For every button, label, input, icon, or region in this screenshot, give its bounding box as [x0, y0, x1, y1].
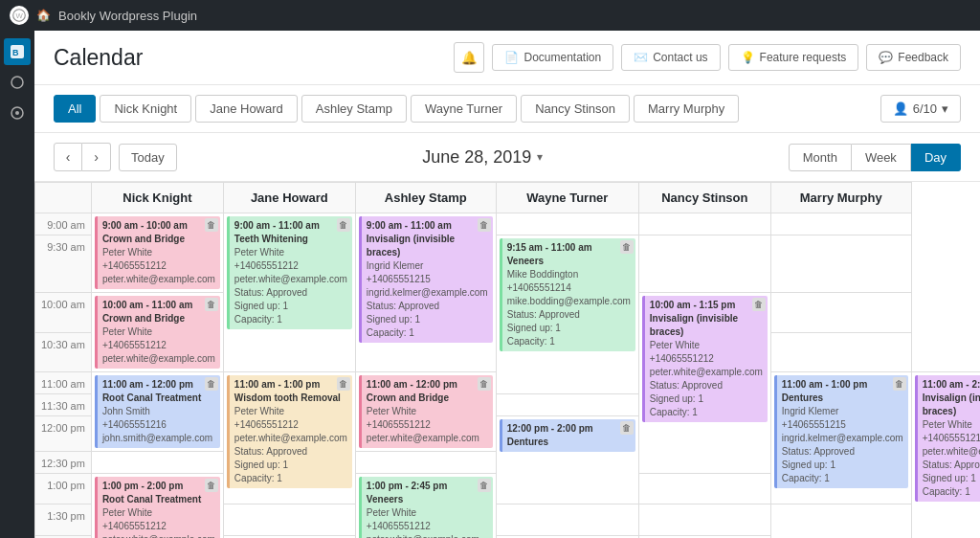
event-delete-button[interactable]: 🗑: [620, 421, 634, 435]
feature-requests-button[interactable]: 💡 Feature requests: [728, 44, 859, 71]
calendar-cell[interactable]: [770, 213, 911, 235]
prev-button[interactable]: ‹: [54, 143, 82, 171]
event-delete-button[interactable]: 🗑: [478, 377, 491, 391]
time-label: 11:00 am: [35, 372, 92, 394]
calendar-cell[interactable]: 🗑9:00 am - 11:00 amTeeth WhiteningPeter …: [223, 213, 355, 372]
time-label: 1:30 pm: [35, 504, 92, 535]
time-label: 9:30 am: [35, 235, 92, 293]
calendar-cell[interactable]: 🗑10:00 am - 1:15 pmInvisalign (invisible…: [638, 293, 770, 474]
page-header: Calendar 🔔 📄 Documentation ✉️ Contact us…: [34, 31, 980, 85]
event-delete-button[interactable]: 🗑: [478, 479, 491, 492]
view-toggle: Month Week Day: [789, 144, 961, 171]
chevron-down-icon: ▾: [942, 101, 948, 116]
svg-point-4: [11, 77, 23, 88]
sidebar-arrow[interactable]: [4, 100, 31, 126]
svg-text:W: W: [16, 11, 24, 20]
calendar-event: 🗑9:00 am - 11:00 amInvisalign (invisible…: [359, 216, 493, 343]
svg-point-6: [15, 111, 19, 115]
event-delete-button[interactable]: 🗑: [752, 298, 766, 311]
date-dropdown-icon: ▾: [537, 150, 543, 164]
event-delete-button[interactable]: 🗑: [205, 377, 218, 391]
calendar-event: 🗑11:00 am - 2:15 pmInvisalign (invisible…: [915, 375, 980, 502]
tab-wayne-turner[interactable]: Wayne Turner: [411, 95, 517, 123]
feedback-button[interactable]: 💬 Feedback: [866, 44, 961, 71]
calendar-event: 🗑11:00 am - 1:00 pmDenturesIngrid Klemer…: [774, 375, 908, 488]
tab-nancy-stinson[interactable]: Nancy Stinson: [521, 95, 630, 123]
tab-jane-howard[interactable]: Jane Howard: [195, 95, 298, 123]
main-content: Calendar 🔔 📄 Documentation ✉️ Contact us…: [34, 31, 980, 538]
page-title: Calendar: [54, 45, 143, 71]
calendar-event: 🗑9:00 am - 10:00 amCrown and BridgePeter…: [95, 216, 220, 289]
calendar-date[interactable]: June 28, 2019 ▾: [177, 147, 789, 168]
calendar-cell[interactable]: [638, 474, 770, 504]
home-icon: 🏠: [36, 9, 51, 22]
calendar-cell[interactable]: [223, 504, 355, 535]
staff-tabs: All Nick Knight Jane Howard Ashley Stamp…: [34, 85, 980, 133]
calendar-event: 🗑1:00 pm - 2:45 pmVeneersPeter White+140…: [359, 477, 493, 538]
view-day-button[interactable]: Day: [911, 144, 961, 171]
doc-icon: 📄: [504, 51, 519, 64]
calendar-nav: ‹ › Today June 28, 2019 ▾ Month Week Day: [34, 133, 980, 182]
calendar-cell[interactable]: [496, 213, 638, 235]
tab-marry-murphy[interactable]: Marry Murphy: [634, 95, 739, 123]
tab-ashley-stamp[interactable]: Ashley Stamp: [301, 95, 407, 123]
calendar-cell[interactable]: 🗑9:00 am - 10:00 amCrown and BridgePeter…: [91, 213, 223, 293]
calendar-cell[interactable]: [91, 452, 223, 474]
event-delete-button[interactable]: 🗑: [478, 218, 491, 232]
calendar-cell[interactable]: [770, 235, 911, 293]
calendar-cell[interactable]: 🗑9:15 am - 11:00 amVeneersMike Boddingto…: [496, 235, 638, 394]
topbar: W 🏠 Bookly Wordpress Plugin: [0, 0, 980, 31]
calendar-event: 🗑11:00 am - 12:00 pmRoot Canal Treatment…: [95, 375, 220, 448]
view-month-button[interactable]: Month: [789, 144, 852, 171]
staff-count[interactable]: 👤 6/10 ▾: [880, 95, 961, 123]
calendar-cell[interactable]: [638, 504, 770, 535]
svg-text:B: B: [12, 48, 19, 57]
event-delete-button[interactable]: 🗑: [205, 479, 218, 492]
calendar-cell[interactable]: 🗑11:00 am - 12:00 pmRoot Canal Treatment…: [91, 372, 223, 452]
tab-nick-knight[interactable]: Nick Knight: [100, 95, 191, 123]
col-header-jane: Jane Howard: [223, 183, 355, 213]
event-delete-button[interactable]: 🗑: [205, 218, 218, 232]
contact-button[interactable]: ✉️ Contact us: [621, 44, 720, 71]
today-button[interactable]: Today: [119, 144, 177, 171]
documentation-button[interactable]: 📄 Documentation: [492, 44, 613, 71]
calendar-cell[interactable]: [638, 213, 770, 235]
calendar-cell[interactable]: 🗑1:00 pm - 2:45 pmVeneersPeter White+140…: [355, 474, 496, 539]
col-header-ashley: Ashley Stamp: [355, 183, 496, 213]
calendar-cell[interactable]: 🗑12:00 pm - 2:00 pmDentures: [496, 416, 638, 504]
event-delete-button[interactable]: 🗑: [893, 377, 906, 391]
calendar-event: 🗑9:00 am - 11:00 amTeeth WhiteningPeter …: [227, 216, 352, 329]
next-button[interactable]: ›: [82, 143, 111, 171]
staff-count-value: 6/10: [913, 101, 937, 116]
calendar-event: 🗑9:15 am - 11:00 amVeneersMike Boddingto…: [500, 238, 635, 351]
header-actions: 🔔 📄 Documentation ✉️ Contact us 💡 Featur…: [454, 42, 961, 73]
calendar-cell[interactable]: [638, 235, 770, 293]
calendar-cell[interactable]: 🗑11:00 am - 1:00 pmWisdom tooth RemovalP…: [223, 372, 355, 504]
time-header: [35, 183, 92, 213]
col-header-marry: Marry Murphy: [770, 183, 911, 213]
app-layout: B Calendar 🔔 📄 Documentation ✉️ Contact …: [0, 31, 980, 538]
calendar-cell[interactable]: 🗑11:00 am - 1:00 pmDenturesIngrid Klemer…: [770, 372, 911, 504]
time-label: 10:30 am: [35, 332, 92, 372]
sidebar-bookly[interactable]: B: [4, 38, 31, 65]
event-delete-button[interactable]: 🗑: [337, 377, 350, 391]
calendar-cell[interactable]: [770, 332, 911, 372]
calendar-cell[interactable]: 🗑11:00 am - 12:00 pmCrown and BridgePete…: [355, 372, 496, 452]
sidebar-circle[interactable]: [4, 69, 31, 96]
tab-all[interactable]: All: [54, 95, 96, 123]
calendar-cell[interactable]: 🗑1:00 pm - 2:00 pmRoot Canal TreatmentPe…: [91, 474, 223, 539]
calendar-cell[interactable]: 🗑10:00 am - 11:00 amCrown and BridgePete…: [91, 293, 223, 372]
sidebar: B: [0, 31, 34, 538]
calendar-cell[interactable]: [496, 504, 638, 535]
event-delete-button[interactable]: 🗑: [205, 298, 218, 311]
calendar-event: 🗑11:00 am - 1:00 pmWisdom tooth RemovalP…: [227, 375, 352, 488]
notifications-button[interactable]: 🔔: [454, 42, 484, 73]
calendar-cell[interactable]: [770, 293, 911, 333]
event-delete-button[interactable]: 🗑: [337, 218, 350, 232]
col-header-nancy: Nancy Stinson: [638, 183, 770, 213]
view-week-button[interactable]: Week: [852, 144, 911, 171]
calendar-cell[interactable]: 🗑9:00 am - 11:00 amInvisalign (invisible…: [355, 213, 496, 372]
time-label: 11:30 am: [35, 394, 92, 416]
event-delete-button[interactable]: 🗑: [620, 240, 634, 254]
calendar-cell[interactable]: 🗑11:00 am - 2:15 pmInvisalign (invisible…: [911, 372, 980, 539]
